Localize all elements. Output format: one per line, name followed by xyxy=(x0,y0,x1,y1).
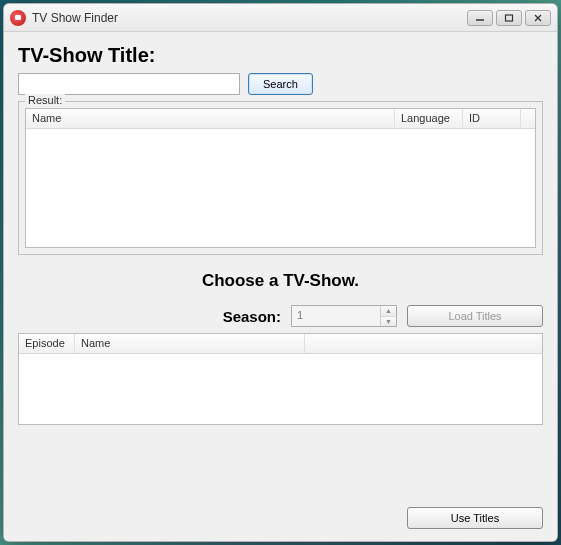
close-icon xyxy=(533,14,543,22)
col-name[interactable]: Name xyxy=(26,109,395,128)
title-label: TV-Show Title: xyxy=(18,44,543,67)
client-area: TV-Show Title: Search Result: Name Langu… xyxy=(4,32,557,541)
load-titles-button[interactable]: Load Titles xyxy=(407,305,543,327)
app-icon xyxy=(10,10,26,26)
result-listview[interactable]: Name Language ID xyxy=(25,108,536,248)
window-title: TV Show Finder xyxy=(32,11,467,25)
spinner-arrows: ▲ ▼ xyxy=(380,306,396,326)
result-legend: Result: xyxy=(25,94,65,106)
maximize-button[interactable] xyxy=(496,10,522,26)
result-header: Name Language ID xyxy=(26,109,535,129)
title-input[interactable] xyxy=(18,73,240,95)
search-button[interactable]: Search xyxy=(248,73,313,95)
col-episode[interactable]: Episode xyxy=(19,334,75,353)
season-row: Season: 1 ▲ ▼ Load Titles xyxy=(18,305,543,327)
choose-label: Choose a TV-Show. xyxy=(18,271,543,291)
minimize-icon xyxy=(475,14,485,22)
footer: Use Titles xyxy=(18,499,543,529)
episodes-header: Episode Name xyxy=(19,334,542,354)
col-ep-name[interactable]: Name xyxy=(75,334,305,353)
search-row: Search xyxy=(18,73,543,95)
app-window: TV Show Finder TV-Show Title: Search Res… xyxy=(3,3,558,542)
minimize-button[interactable] xyxy=(467,10,493,26)
titlebar[interactable]: TV Show Finder xyxy=(4,4,557,32)
season-spinner[interactable]: 1 ▲ ▼ xyxy=(291,305,397,327)
episodes-body[interactable] xyxy=(19,354,542,424)
svg-rect-1 xyxy=(506,15,513,21)
col-language[interactable]: Language xyxy=(395,109,463,128)
result-group: Result: Name Language ID xyxy=(18,101,543,255)
window-buttons xyxy=(467,10,551,26)
use-titles-button[interactable]: Use Titles xyxy=(407,507,543,529)
result-body[interactable] xyxy=(26,129,535,247)
close-button[interactable] xyxy=(525,10,551,26)
episodes-listview[interactable]: Episode Name xyxy=(18,333,543,425)
spinner-down[interactable]: ▼ xyxy=(381,316,396,327)
spinner-up[interactable]: ▲ xyxy=(381,306,396,316)
col-spacer xyxy=(521,109,535,128)
maximize-icon xyxy=(504,14,514,22)
col-id[interactable]: ID xyxy=(463,109,521,128)
season-label: Season: xyxy=(223,308,281,325)
col-ep-spacer xyxy=(305,334,542,353)
season-value: 1 xyxy=(292,306,380,326)
